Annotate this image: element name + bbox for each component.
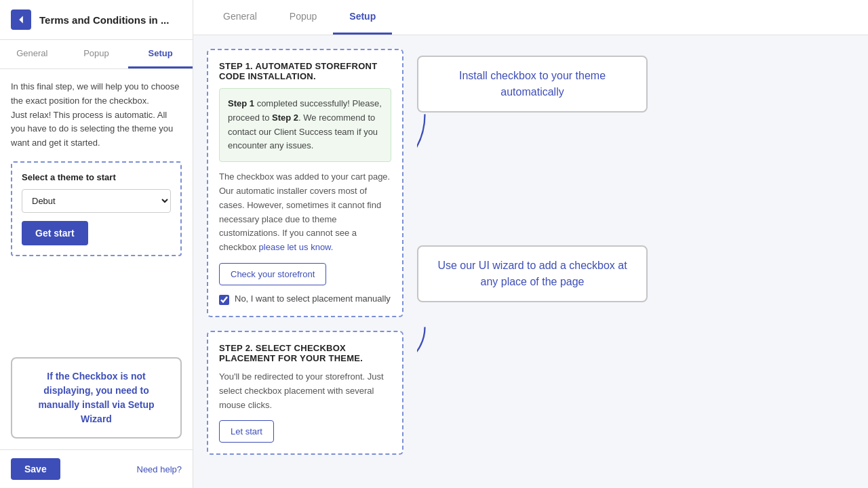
sidebar-description: In this final step, we will help you to … bbox=[11, 80, 182, 150]
let-start-button[interactable]: Let start bbox=[219, 420, 274, 443]
step1-card: STEP 1. Automated storefront code instal… bbox=[207, 49, 403, 317]
manual-install-callout: If the Checkbox is not displaying, you n… bbox=[11, 357, 182, 439]
check-storefront-button[interactable]: Check your storefront bbox=[219, 263, 326, 285]
sidebar-footer: Save Need help? bbox=[0, 449, 193, 488]
annotation-area-2: Use our UI wizard to add a checkbox at a… bbox=[417, 225, 854, 401]
main-tab-popup[interactable]: Popup bbox=[273, 0, 333, 35]
step1-body: The checkbox was added to your cart page… bbox=[219, 170, 391, 255]
sidebar-tab-popup[interactable]: Popup bbox=[64, 40, 129, 68]
main-tabs: General Popup Setup bbox=[193, 0, 868, 35]
svg-marker-0 bbox=[19, 16, 23, 23]
need-help-link[interactable]: Need help? bbox=[137, 464, 182, 474]
manual-placement-row: No, I want to select placement manually bbox=[219, 293, 391, 305]
save-button[interactable]: Save bbox=[11, 458, 60, 480]
main-content: STEP 1. Automated storefront code instal… bbox=[193, 35, 868, 488]
manual-placement-label: No, I want to select placement manually bbox=[235, 293, 391, 304]
sidebar-tab-setup[interactable]: Setup bbox=[128, 40, 193, 68]
let-us-know-link[interactable]: please let us know. bbox=[259, 242, 334, 252]
step2-body: You'll be redirected to your storefront.… bbox=[219, 370, 391, 412]
manual-placement-checkbox[interactable] bbox=[219, 295, 229, 305]
main-panel: General Popup Setup STEP 1. Automated st… bbox=[193, 0, 868, 488]
sidebar-header: Terms and Conditions in ... bbox=[0, 0, 193, 40]
step1-success-box: Step 1 completed successfully! Please, p… bbox=[219, 88, 391, 162]
sidebar: Terms and Conditions in ... General Popu… bbox=[0, 0, 193, 488]
annotation-box-2: Use our UI wizard to add a checkbox at a… bbox=[417, 245, 648, 302]
main-tab-general[interactable]: General bbox=[207, 0, 273, 35]
sidebar-content: In this final step, we will help you to … bbox=[0, 69, 193, 346]
sidebar-tab-general[interactable]: General bbox=[0, 40, 64, 68]
step1-success-bold2: Step 2 bbox=[272, 113, 298, 123]
back-button[interactable] bbox=[11, 9, 31, 30]
main-tab-setup[interactable]: Setup bbox=[333, 0, 392, 35]
get-start-button[interactable]: Get start bbox=[22, 221, 88, 245]
step1-success-bold1: Step 1 bbox=[228, 98, 254, 108]
sidebar-tabs: General Popup Setup bbox=[0, 40, 193, 69]
theme-selection-box: Select a theme to start Debut Get start bbox=[11, 161, 182, 256]
steps-column: STEP 1. Automated storefront code instal… bbox=[207, 49, 403, 474]
step2-card: STEP 2. Select checkbox placement for yo… bbox=[207, 331, 403, 455]
annotation-box-1: Install checkbox to your theme automatic… bbox=[417, 56, 648, 113]
sidebar-title: Terms and Conditions in ... bbox=[39, 14, 169, 26]
annotations-column: Install checkbox to your theme automatic… bbox=[417, 49, 854, 474]
annotation-area-1: Install checkbox to your theme automatic… bbox=[417, 49, 854, 225]
select-theme-label: Select a theme to start bbox=[22, 172, 171, 182]
theme-select[interactable]: Debut bbox=[22, 189, 171, 213]
step1-title: STEP 1. Automated storefront code instal… bbox=[219, 61, 391, 81]
step2-title: STEP 2. Select checkbox placement for yo… bbox=[219, 343, 391, 363]
